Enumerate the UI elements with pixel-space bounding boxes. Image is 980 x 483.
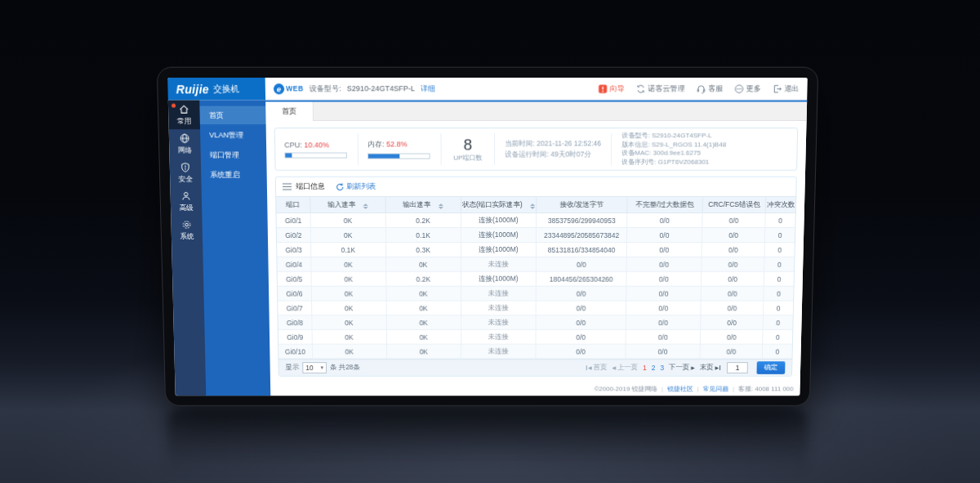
port-table-title: 端口信息 bbox=[296, 181, 325, 192]
memory-gauge: 内存: 52.8% bbox=[359, 139, 441, 159]
customer-service-button[interactable]: 客服 bbox=[697, 83, 724, 94]
cloud-sync-icon bbox=[636, 84, 645, 93]
sidebar-category-common[interactable]: 常用 bbox=[168, 101, 200, 130]
hotline-text: 客服: 4008 111 000 bbox=[738, 384, 794, 393]
prev-page-button[interactable]: ◀上一页 bbox=[612, 363, 638, 373]
sidebar-item-vlan[interactable]: VLAN管理 bbox=[200, 126, 266, 144]
eweb-app: Ruijie 交换机 e WEB 设备型号: S2910-24GT4SFP-L … bbox=[167, 78, 808, 396]
cpu-value: 10.40% bbox=[304, 141, 329, 149]
cell-port: Gi0/8 bbox=[278, 315, 312, 330]
brand-name: Ruijie bbox=[176, 83, 209, 96]
sort-icon[interactable] bbox=[438, 203, 443, 208]
cell-status: 未连接 bbox=[461, 329, 536, 344]
eweb-e-icon: e bbox=[274, 83, 284, 94]
copyright-text: ©2000-2019 锐捷网络 bbox=[595, 384, 658, 393]
gear-icon bbox=[180, 219, 192, 230]
more-icon bbox=[734, 84, 743, 93]
device-version: S29-L_RGOS 11.4(1)B48 bbox=[652, 141, 726, 148]
sidebar-item-home[interactable]: 首页 bbox=[199, 106, 265, 124]
total-count: 共28条 bbox=[339, 363, 360, 373]
chevron-down-icon: ▾ bbox=[321, 364, 324, 371]
sidebar-category-security[interactable]: 安全 bbox=[170, 159, 202, 187]
wizard-button[interactable]: 向导 bbox=[599, 83, 626, 94]
logout-icon bbox=[773, 84, 782, 93]
page-size-select[interactable]: 10 ▾ bbox=[302, 362, 327, 373]
device-mac: 300d.9ee1.6275 bbox=[653, 150, 701, 157]
port-table-panel: 端口信息 刷新列表 端口 bbox=[275, 177, 797, 377]
table-row: Gi0/90K0K未连接0/00/00/00 bbox=[278, 329, 793, 344]
memory-progress-fill bbox=[368, 154, 400, 159]
refresh-list-button[interactable]: 刷新列表 bbox=[336, 181, 376, 192]
prev-page-icon: ◀ bbox=[612, 365, 616, 370]
monitor-reflection bbox=[167, 408, 808, 483]
shield-icon bbox=[180, 161, 191, 172]
detail-link[interactable]: 详细 bbox=[421, 83, 435, 94]
first-page-button[interactable]: ◀首页 bbox=[586, 363, 607, 373]
last-page-button[interactable]: 末页▶ bbox=[700, 363, 721, 373]
page-number-1[interactable]: 1 bbox=[643, 364, 647, 372]
device-info: 设备型号: S2910-24GT4SFP-L 版本信息: S29-L_RGOS … bbox=[612, 132, 737, 166]
next-page-button[interactable]: 下一页▶ bbox=[669, 363, 695, 373]
sidebar-category-advanced[interactable]: 高级 bbox=[170, 187, 202, 216]
tab-home[interactable]: 首页 bbox=[265, 102, 314, 121]
device-model: S2910-24GT4SFP-L bbox=[652, 132, 712, 139]
list-icon bbox=[283, 183, 292, 190]
table-row: Gi0/80K0K未连接0/00/00/00 bbox=[278, 315, 793, 330]
goto-page-input[interactable] bbox=[727, 362, 748, 373]
table-row: Gi0/70K0K未连接0/00/00/00 bbox=[278, 301, 793, 315]
community-link[interactable]: 锐捷社区 bbox=[667, 384, 693, 393]
logout-button[interactable]: 退出 bbox=[773, 83, 800, 94]
page-number-2[interactable]: 2 bbox=[652, 364, 656, 372]
up-port-label: UP端口数 bbox=[442, 153, 494, 162]
more-button[interactable]: 更多 bbox=[734, 83, 761, 94]
sort-icon[interactable] bbox=[530, 203, 535, 208]
col-port: 端口 bbox=[276, 196, 310, 212]
header-bar: e WEB 设备型号: S2910-24GT4SFP-L 详细 向导 诺客云管理… bbox=[265, 78, 808, 101]
port-table: 端口 输入速率 输出速率 状态(端口实际速率) 接收/发送字节 不完整/过大数据… bbox=[276, 196, 795, 359]
memory-label: 内存: bbox=[368, 140, 385, 148]
col-collision: 冲突次数 bbox=[765, 196, 795, 212]
next-page-icon: ▶ bbox=[691, 365, 695, 370]
page-footer: ©2000-2019 锐捷网络 | 锐捷社区 | 常见问题 | 客服: 4008… bbox=[270, 382, 800, 396]
cell-port: Gi0/9 bbox=[278, 329, 312, 344]
globe-icon bbox=[179, 132, 190, 144]
table-row: Gi0/10K0.2K连接(1000M)38537596/2999409530/… bbox=[276, 213, 795, 228]
device-serial: G1PT6VZ068301 bbox=[658, 158, 710, 165]
first-page-icon: ◀ bbox=[586, 365, 592, 370]
cpu-label: CPU: bbox=[284, 141, 302, 149]
device-model-value: S2910-24GT4SFP-L bbox=[347, 84, 415, 92]
faq-link[interactable]: 常见问题 bbox=[703, 384, 729, 393]
table-row: Gi0/60K0K未连接0/00/00/00 bbox=[278, 286, 794, 301]
device-model-label: 设备型号: bbox=[310, 83, 341, 94]
memory-value: 52.8% bbox=[386, 140, 408, 148]
cell-port: Gi0/6 bbox=[278, 286, 311, 301]
cell-port: Gi0/1 bbox=[276, 213, 310, 228]
headset-icon bbox=[697, 84, 706, 93]
pagination-bar: 显示 10 ▾ 条 共28条 ◀首页 ◀上一页 1 2 3 bbox=[278, 359, 791, 376]
sidebar-category-network[interactable]: 网络 bbox=[169, 129, 201, 158]
eweb-label: WEB bbox=[286, 84, 304, 92]
app-header: Ruijie 交换机 e WEB 设备型号: S2910-24GT4SFP-L … bbox=[167, 78, 808, 101]
cell-status: 连接(1000M) bbox=[461, 242, 537, 257]
up-port-box: 8 UP端口数 bbox=[442, 136, 495, 162]
monitor-frame: Ruijie 交换机 e WEB 设备型号: S2910-24GT4SFP-L … bbox=[157, 67, 819, 406]
page-number-3[interactable]: 3 bbox=[660, 364, 664, 372]
tab-accent-line bbox=[265, 101, 807, 102]
col-status: 状态(端口实际速率) bbox=[461, 196, 537, 212]
wizard-icon bbox=[599, 84, 608, 93]
confirm-button[interactable]: 确定 bbox=[756, 361, 785, 374]
cell-status: 未连接 bbox=[461, 257, 536, 271]
col-out-rate: 输出速率 bbox=[385, 196, 461, 212]
sidebar-item-port[interactable]: 端口管理 bbox=[200, 145, 266, 163]
cell-status: 连接(1000M) bbox=[461, 271, 536, 286]
sort-icon[interactable] bbox=[363, 203, 368, 208]
cell-port: Gi0/7 bbox=[278, 301, 311, 315]
show-label: 显示 bbox=[285, 363, 299, 373]
col-oversize: 不完整/过大数据包 bbox=[627, 196, 702, 212]
sidebar-item-restart[interactable]: 系统重启 bbox=[201, 166, 267, 184]
cloud-management-button[interactable]: 诺客云管理 bbox=[636, 83, 685, 94]
sidebar-category-system[interactable]: 系统 bbox=[171, 216, 203, 244]
cell-port: Gi0/2 bbox=[277, 228, 310, 243]
table-row: Gi0/50K0.2K连接(1000M)1804456/2653042600/0… bbox=[278, 271, 794, 286]
brand-product: 交换机 bbox=[213, 83, 239, 95]
